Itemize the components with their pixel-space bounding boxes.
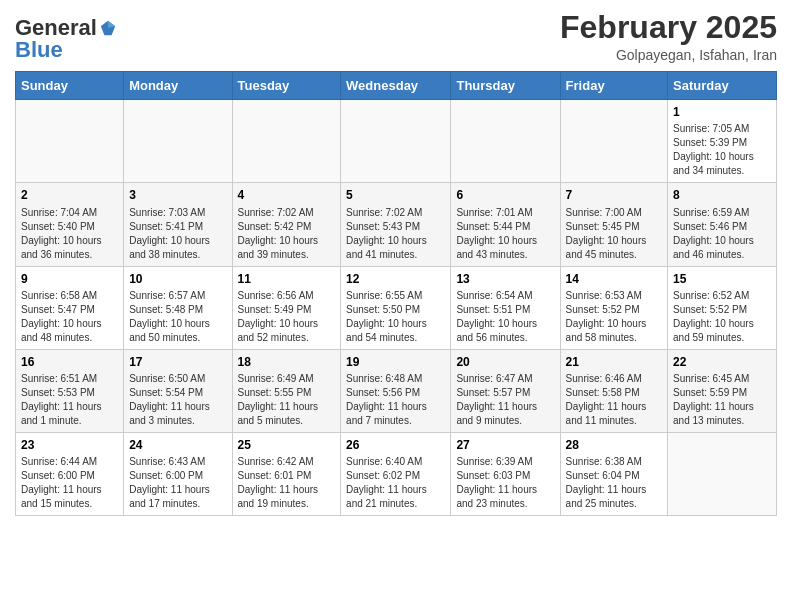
day-info: Sunrise: 6:51 AM Sunset: 5:53 PM Dayligh… — [21, 372, 118, 428]
day-number: 2 — [21, 187, 118, 203]
day-info: Sunrise: 6:40 AM Sunset: 6:02 PM Dayligh… — [346, 455, 445, 511]
title-block: February 2025 Golpayegan, Isfahan, Iran — [560, 10, 777, 63]
logo: General Blue — [15, 15, 117, 63]
day-number: 12 — [346, 271, 445, 287]
calendar-week-row: 16Sunrise: 6:51 AM Sunset: 5:53 PM Dayli… — [16, 349, 777, 432]
weekday-header-sunday: Sunday — [16, 72, 124, 100]
logo-flag-icon — [99, 19, 117, 37]
day-info: Sunrise: 6:50 AM Sunset: 5:54 PM Dayligh… — [129, 372, 226, 428]
calendar-cell: 28Sunrise: 6:38 AM Sunset: 6:04 PM Dayli… — [560, 432, 667, 515]
day-info: Sunrise: 6:39 AM Sunset: 6:03 PM Dayligh… — [456, 455, 554, 511]
calendar-cell: 21Sunrise: 6:46 AM Sunset: 5:58 PM Dayli… — [560, 349, 667, 432]
calendar-cell: 20Sunrise: 6:47 AM Sunset: 5:57 PM Dayli… — [451, 349, 560, 432]
calendar-week-row: 9Sunrise: 6:58 AM Sunset: 5:47 PM Daylig… — [16, 266, 777, 349]
calendar-week-row: 1Sunrise: 7:05 AM Sunset: 5:39 PM Daylig… — [16, 100, 777, 183]
day-number: 11 — [238, 271, 336, 287]
calendar-cell: 27Sunrise: 6:39 AM Sunset: 6:03 PM Dayli… — [451, 432, 560, 515]
day-number: 16 — [21, 354, 118, 370]
calendar-table: SundayMondayTuesdayWednesdayThursdayFrid… — [15, 71, 777, 516]
day-number: 24 — [129, 437, 226, 453]
weekday-header-friday: Friday — [560, 72, 667, 100]
calendar-cell: 17Sunrise: 6:50 AM Sunset: 5:54 PM Dayli… — [124, 349, 232, 432]
day-info: Sunrise: 6:42 AM Sunset: 6:01 PM Dayligh… — [238, 455, 336, 511]
calendar-cell: 19Sunrise: 6:48 AM Sunset: 5:56 PM Dayli… — [341, 349, 451, 432]
day-number: 17 — [129, 354, 226, 370]
day-info: Sunrise: 7:04 AM Sunset: 5:40 PM Dayligh… — [21, 206, 118, 262]
calendar-cell — [124, 100, 232, 183]
calendar-cell — [341, 100, 451, 183]
day-info: Sunrise: 6:38 AM Sunset: 6:04 PM Dayligh… — [566, 455, 662, 511]
day-info: Sunrise: 6:43 AM Sunset: 6:00 PM Dayligh… — [129, 455, 226, 511]
day-info: Sunrise: 7:00 AM Sunset: 5:45 PM Dayligh… — [566, 206, 662, 262]
day-info: Sunrise: 6:58 AM Sunset: 5:47 PM Dayligh… — [21, 289, 118, 345]
calendar-cell: 1Sunrise: 7:05 AM Sunset: 5:39 PM Daylig… — [668, 100, 777, 183]
calendar-cell: 13Sunrise: 6:54 AM Sunset: 5:51 PM Dayli… — [451, 266, 560, 349]
day-number: 26 — [346, 437, 445, 453]
calendar-cell: 6Sunrise: 7:01 AM Sunset: 5:44 PM Daylig… — [451, 183, 560, 266]
calendar-cell — [232, 100, 341, 183]
day-info: Sunrise: 6:49 AM Sunset: 5:55 PM Dayligh… — [238, 372, 336, 428]
weekday-header-row: SundayMondayTuesdayWednesdayThursdayFrid… — [16, 72, 777, 100]
calendar-cell: 3Sunrise: 7:03 AM Sunset: 5:41 PM Daylig… — [124, 183, 232, 266]
calendar-week-row: 2Sunrise: 7:04 AM Sunset: 5:40 PM Daylig… — [16, 183, 777, 266]
day-number: 7 — [566, 187, 662, 203]
day-info: Sunrise: 6:44 AM Sunset: 6:00 PM Dayligh… — [21, 455, 118, 511]
calendar-cell: 12Sunrise: 6:55 AM Sunset: 5:50 PM Dayli… — [341, 266, 451, 349]
page: General Blue February 2025 Golpayegan, I… — [0, 0, 792, 531]
calendar-cell: 23Sunrise: 6:44 AM Sunset: 6:00 PM Dayli… — [16, 432, 124, 515]
weekday-header-monday: Monday — [124, 72, 232, 100]
day-number: 13 — [456, 271, 554, 287]
day-number: 3 — [129, 187, 226, 203]
day-info: Sunrise: 7:02 AM Sunset: 5:43 PM Dayligh… — [346, 206, 445, 262]
day-number: 23 — [21, 437, 118, 453]
day-info: Sunrise: 6:53 AM Sunset: 5:52 PM Dayligh… — [566, 289, 662, 345]
calendar-cell: 26Sunrise: 6:40 AM Sunset: 6:02 PM Dayli… — [341, 432, 451, 515]
day-info: Sunrise: 6:47 AM Sunset: 5:57 PM Dayligh… — [456, 372, 554, 428]
day-number: 4 — [238, 187, 336, 203]
calendar-cell: 11Sunrise: 6:56 AM Sunset: 5:49 PM Dayli… — [232, 266, 341, 349]
day-number: 15 — [673, 271, 771, 287]
day-number: 21 — [566, 354, 662, 370]
day-info: Sunrise: 6:52 AM Sunset: 5:52 PM Dayligh… — [673, 289, 771, 345]
calendar-cell: 8Sunrise: 6:59 AM Sunset: 5:46 PM Daylig… — [668, 183, 777, 266]
calendar-cell — [16, 100, 124, 183]
day-number: 8 — [673, 187, 771, 203]
day-info: Sunrise: 7:05 AM Sunset: 5:39 PM Dayligh… — [673, 122, 771, 178]
calendar-cell: 2Sunrise: 7:04 AM Sunset: 5:40 PM Daylig… — [16, 183, 124, 266]
day-info: Sunrise: 6:56 AM Sunset: 5:49 PM Dayligh… — [238, 289, 336, 345]
day-number: 18 — [238, 354, 336, 370]
header: General Blue February 2025 Golpayegan, I… — [15, 10, 777, 63]
day-info: Sunrise: 6:45 AM Sunset: 5:59 PM Dayligh… — [673, 372, 771, 428]
day-number: 5 — [346, 187, 445, 203]
day-info: Sunrise: 6:48 AM Sunset: 5:56 PM Dayligh… — [346, 372, 445, 428]
calendar-cell: 5Sunrise: 7:02 AM Sunset: 5:43 PM Daylig… — [341, 183, 451, 266]
calendar-cell: 14Sunrise: 6:53 AM Sunset: 5:52 PM Dayli… — [560, 266, 667, 349]
day-info: Sunrise: 7:01 AM Sunset: 5:44 PM Dayligh… — [456, 206, 554, 262]
calendar-cell — [451, 100, 560, 183]
calendar-cell: 16Sunrise: 6:51 AM Sunset: 5:53 PM Dayli… — [16, 349, 124, 432]
day-number: 14 — [566, 271, 662, 287]
calendar-cell: 9Sunrise: 6:58 AM Sunset: 5:47 PM Daylig… — [16, 266, 124, 349]
calendar-cell — [560, 100, 667, 183]
logo-blue-text: Blue — [15, 37, 63, 62]
calendar-week-row: 23Sunrise: 6:44 AM Sunset: 6:00 PM Dayli… — [16, 432, 777, 515]
calendar-cell: 15Sunrise: 6:52 AM Sunset: 5:52 PM Dayli… — [668, 266, 777, 349]
calendar-cell: 18Sunrise: 6:49 AM Sunset: 5:55 PM Dayli… — [232, 349, 341, 432]
day-number: 9 — [21, 271, 118, 287]
calendar-cell: 10Sunrise: 6:57 AM Sunset: 5:48 PM Dayli… — [124, 266, 232, 349]
day-info: Sunrise: 6:57 AM Sunset: 5:48 PM Dayligh… — [129, 289, 226, 345]
calendar-cell: 4Sunrise: 7:02 AM Sunset: 5:42 PM Daylig… — [232, 183, 341, 266]
calendar-cell: 7Sunrise: 7:00 AM Sunset: 5:45 PM Daylig… — [560, 183, 667, 266]
day-number: 10 — [129, 271, 226, 287]
day-info: Sunrise: 6:54 AM Sunset: 5:51 PM Dayligh… — [456, 289, 554, 345]
weekday-header-saturday: Saturday — [668, 72, 777, 100]
calendar-cell: 22Sunrise: 6:45 AM Sunset: 5:59 PM Dayli… — [668, 349, 777, 432]
day-info: Sunrise: 6:46 AM Sunset: 5:58 PM Dayligh… — [566, 372, 662, 428]
day-number: 27 — [456, 437, 554, 453]
day-number: 19 — [346, 354, 445, 370]
calendar-cell: 24Sunrise: 6:43 AM Sunset: 6:00 PM Dayli… — [124, 432, 232, 515]
weekday-header-wednesday: Wednesday — [341, 72, 451, 100]
weekday-header-tuesday: Tuesday — [232, 72, 341, 100]
calendar-cell — [668, 432, 777, 515]
day-info: Sunrise: 6:59 AM Sunset: 5:46 PM Dayligh… — [673, 206, 771, 262]
